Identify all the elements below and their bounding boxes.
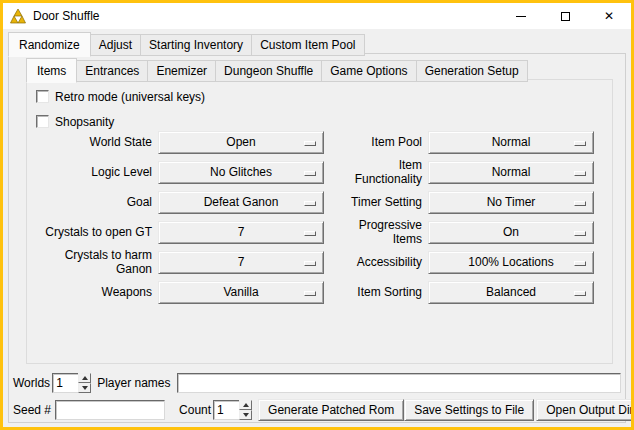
label-world-state: World State [33, 135, 158, 149]
label-accessibility: Accessibility [332, 255, 428, 269]
maximize-button[interactable] [543, 3, 587, 29]
close-icon: ✕ [604, 10, 614, 22]
dropdown-value: Normal [492, 165, 531, 179]
close-button[interactable]: ✕ [587, 3, 631, 29]
dropdown-indicator-icon [304, 291, 316, 296]
dropdown-indicator-icon [304, 261, 316, 266]
dropdown-value: Vanilla [223, 285, 258, 299]
option-row: Logic Level No Glitches Item Functionali… [33, 160, 606, 184]
dropdown-indicator-icon [574, 231, 586, 236]
dropdown-indicator-icon [574, 171, 586, 176]
generate-patched-rom-button[interactable]: Generate Patched Rom [258, 399, 404, 421]
dropdown-accessibility[interactable]: 100% Locations [428, 251, 594, 274]
dropdown-indicator-icon [304, 171, 316, 176]
save-settings-button[interactable]: Save Settings to File [404, 399, 534, 421]
option-row: World State Open Item Pool Normal [33, 130, 606, 154]
arrow-down-icon [243, 413, 249, 417]
dropdown-indicator-icon [304, 141, 316, 146]
tab-adjust[interactable]: Adjust [90, 34, 141, 56]
dropdown-value: On [503, 225, 519, 239]
items-pane: Retro mode (universal keys) Shopsanity W… [26, 79, 613, 364]
client-area: Randomize Adjust Starting Inventory Cust… [3, 29, 631, 427]
label-crystals-open-gt: Crystals to open GT [33, 225, 158, 239]
tab-enemizer[interactable]: Enemizer [147, 60, 216, 82]
dropdown-value: Defeat Ganon [204, 195, 279, 209]
randomize-pane: Items Entrances Enemizer Dungeon Shuffle… [8, 53, 626, 423]
tab-entrances[interactable]: Entrances [76, 60, 148, 82]
window-controls: ✕ [499, 3, 631, 29]
checkbox-shopsanity[interactable]: Shopsanity [36, 113, 114, 130]
seed-row: Seed # Count Generate Patched Rom Save S… [13, 399, 621, 421]
seed-label: Seed # [13, 403, 51, 417]
dropdown-item-sorting[interactable]: Balanced [428, 281, 594, 304]
dropdown-indicator-icon [574, 201, 586, 206]
dropdown-crystals-open-gt[interactable]: 7 [158, 221, 324, 244]
dropdown-indicator-icon [574, 261, 586, 266]
dropdown-indicator-icon [304, 231, 316, 236]
tab-custom-item-pool[interactable]: Custom Item Pool [251, 34, 364, 56]
dropdown-timer-setting[interactable]: No Timer [428, 191, 594, 214]
option-row: Goal Defeat Ganon Timer Setting No Timer [33, 190, 606, 214]
count-down-button[interactable] [239, 410, 252, 420]
label-logic-level: Logic Level [33, 165, 158, 179]
dropdown-value: 100% Locations [468, 255, 553, 269]
label-crystals-harm-ganon: Crystals to harm Ganon [33, 248, 158, 276]
arrow-up-icon [243, 403, 249, 407]
dropdown-value: 7 [238, 225, 245, 239]
dropdown-indicator-icon [304, 201, 316, 206]
dropdown-indicator-icon [574, 141, 586, 146]
worlds-down-button[interactable] [78, 383, 91, 393]
dropdown-value: Normal [492, 135, 531, 149]
player-names-input[interactable] [177, 373, 622, 393]
worlds-stepper [52, 373, 91, 393]
tab-dungeon-shuffle[interactable]: Dungeon Shuffle [215, 60, 322, 82]
maximize-icon [561, 12, 570, 21]
label-goal: Goal [33, 195, 158, 209]
dropdown-value: Open [226, 135, 255, 149]
dropdown-goal[interactable]: Defeat Ganon [158, 191, 324, 214]
minimize-button[interactable] [499, 3, 543, 29]
dropdown-progressive-items[interactable]: On [428, 221, 594, 244]
dropdown-weapons[interactable]: Vanilla [158, 281, 324, 304]
checkbox-label: Shopsanity [55, 115, 114, 129]
open-output-directory-button[interactable]: Open Output Directory [536, 399, 634, 421]
option-row: Crystals to harm Ganon 7 Accessibility 1… [33, 250, 606, 274]
option-row: Weapons Vanilla Item Sorting Balanced [33, 280, 606, 304]
count-input[interactable] [213, 400, 239, 420]
dropdown-value: No Glitches [210, 165, 272, 179]
dropdown-logic-level[interactable]: No Glitches [158, 161, 324, 184]
count-up-button[interactable] [239, 400, 252, 410]
tab-generation-setup[interactable]: Generation Setup [416, 60, 528, 82]
dropdown-value: 7 [238, 255, 245, 269]
triforce-app-icon [10, 8, 26, 24]
checkbox-retro-mode[interactable]: Retro mode (universal keys) [36, 88, 205, 105]
label-item-pool: Item Pool [332, 135, 428, 149]
tab-game-options[interactable]: Game Options [321, 60, 416, 82]
tab-starting-inventory[interactable]: Starting Inventory [140, 34, 252, 56]
window-title: Door Shuffle [33, 9, 100, 23]
dropdown-indicator-icon [574, 291, 586, 296]
title-bar: Door Shuffle ✕ [3, 3, 631, 29]
dropdown-value: Balanced [486, 285, 536, 299]
tab-items[interactable]: Items [26, 58, 77, 83]
sub-tab-bar: Items Entrances Enemizer Dungeon Shuffle… [26, 58, 527, 82]
arrow-down-icon [82, 386, 88, 390]
label-weapons: Weapons [33, 285, 158, 299]
dropdown-item-pool[interactable]: Normal [428, 131, 594, 154]
dropdown-world-state[interactable]: Open [158, 131, 324, 154]
count-stepper [213, 400, 252, 420]
worlds-row: Worlds Player names [13, 372, 621, 394]
label-item-functionality: Item Functionality [332, 158, 428, 186]
checkbox-label: Retro mode (universal keys) [55, 90, 205, 104]
tab-randomize[interactable]: Randomize [8, 32, 91, 57]
count-label: Count [179, 403, 211, 417]
dropdown-crystals-harm-ganon[interactable]: 7 [158, 251, 324, 274]
dropdown-item-functionality[interactable]: Normal [428, 161, 594, 184]
label-timer-setting: Timer Setting [332, 195, 428, 209]
worlds-input[interactable] [52, 373, 78, 393]
dropdown-value: No Timer [487, 195, 536, 209]
arrow-up-icon [82, 376, 88, 380]
seed-input[interactable] [55, 400, 165, 420]
label-item-sorting: Item Sorting [332, 285, 428, 299]
worlds-up-button[interactable] [78, 373, 91, 383]
